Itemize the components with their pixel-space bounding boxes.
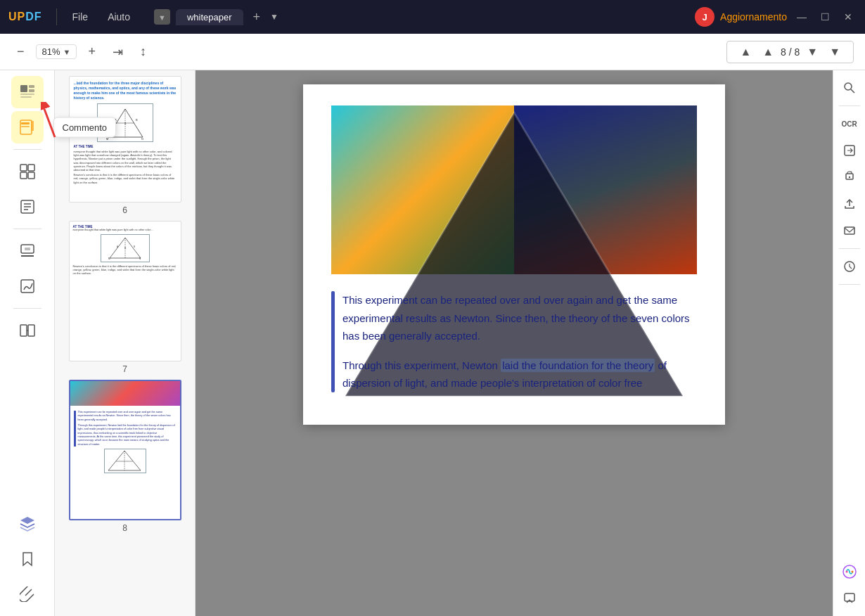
- help-menu[interactable]: Aiuto: [101, 8, 137, 25]
- ai-button[interactable]: [838, 560, 861, 584]
- sidebar-item-sign[interactable]: [11, 270, 44, 302]
- thumbnail-panel: ...laid the foundation for the three maj…: [55, 70, 196, 616]
- sidebar-item-comment[interactable]: Commento: [11, 111, 44, 143]
- zoom-display: 81% ▼: [36, 44, 77, 59]
- toolbar: − 81% ▼ + ⇥ ↕ ▲ ▲ 8 / 8 ▼ ▼: [0, 34, 865, 70]
- svg-point-51: [848, 177, 850, 178]
- prev-page-button2[interactable]: ▲: [758, 44, 778, 60]
- page-text-content: This experiment can be repeated over and…: [331, 291, 697, 392]
- sidebar-sep-1: [13, 149, 41, 150]
- titlebar-separator: [56, 8, 57, 25]
- svg-rect-52: [845, 227, 854, 234]
- zoom-in-button[interactable]: +: [82, 41, 101, 62]
- sidebar-item-edit[interactable]: [11, 191, 44, 223]
- svg-rect-23: [28, 325, 34, 336]
- svg-point-47: [845, 83, 852, 90]
- main-area: Commento: [0, 70, 865, 616]
- svg-rect-1: [29, 85, 34, 88]
- svg-text:B: B: [136, 118, 138, 122]
- svg-text:A: A: [117, 245, 118, 248]
- sidebar-item-thumbnails[interactable]: [11, 76, 44, 108]
- svg-text:N: N: [141, 137, 143, 141]
- thumbnail-page-8[interactable]: This experiment can be repeated over and…: [69, 380, 181, 533]
- pdf-page: This experiment can be repeated over and…: [303, 84, 725, 425]
- sidebar-sep-3: [13, 308, 41, 309]
- tab-dropdown-btn[interactable]: ▼: [154, 9, 170, 25]
- paragraph-1: This experiment can be repeated over and…: [342, 291, 697, 345]
- thumb-page-7-label: 7: [122, 364, 127, 374]
- sidebar-item-stamp[interactable]: [11, 235, 44, 267]
- svg-marker-46: [345, 113, 683, 274]
- svg-line-9: [44, 109, 55, 137]
- right-sep-2: [839, 248, 860, 249]
- svg-rect-11: [28, 165, 34, 171]
- sidebar-item-compare[interactable]: [11, 314, 44, 347]
- sidebar-item-organize[interactable]: [11, 155, 44, 188]
- user-avatar: J: [695, 7, 715, 27]
- maximize-button[interactable]: ☐: [816, 10, 834, 24]
- next-page-button[interactable]: ▼: [802, 44, 822, 60]
- titlebar: UPDF File Aiuto ▼ whitepaper + ▼ J Aggio…: [0, 0, 865, 34]
- history-button[interactable]: [838, 255, 861, 278]
- share-button[interactable]: [838, 192, 861, 216]
- left-sidebar: Commento: [0, 70, 55, 616]
- zoom-out-button[interactable]: −: [11, 41, 30, 62]
- add-tab-button[interactable]: +: [249, 10, 265, 25]
- right-sep-3: [839, 284, 860, 285]
- right-sep-1: [839, 105, 860, 106]
- page-indicator: 8 / 8: [781, 46, 800, 58]
- next-page-button2[interactable]: ▼: [825, 44, 845, 60]
- file-menu[interactable]: File: [65, 8, 96, 25]
- sidebar-sep-2: [13, 229, 41, 229]
- zoom-dropdown[interactable]: ▼: [63, 48, 71, 56]
- protect-button[interactable]: [838, 165, 861, 189]
- thumbnail-page-6[interactable]: ...laid the foundation for the three maj…: [69, 76, 181, 215]
- tab-list-dropdown[interactable]: ▼: [270, 12, 278, 22]
- sidebar-bottom: [11, 508, 44, 610]
- thumb-page-6-label: 6: [122, 205, 127, 215]
- svg-rect-13: [28, 172, 34, 179]
- ocr-button[interactable]: OCR: [838, 112, 861, 136]
- sidebar-item-bookmarks[interactable]: [11, 543, 44, 575]
- search-icon-button[interactable]: [838, 76, 861, 100]
- right-sidebar: OCR: [833, 70, 865, 616]
- thumb-page-8-label: 8: [122, 523, 127, 533]
- thumbnail-page-7[interactable]: AT THE TIME everyone thought that white …: [69, 221, 181, 374]
- svg-rect-3: [20, 94, 34, 95]
- svg-text:S: S: [124, 246, 126, 250]
- svg-point-55: [845, 571, 847, 573]
- fit-width-button[interactable]: ⇥: [107, 41, 129, 63]
- zoom-value: 81%: [42, 46, 60, 57]
- sidebar-item-attachments[interactable]: [11, 578, 44, 610]
- para2-start: Through this experiment, Newton: [342, 359, 498, 371]
- titlebar-right: J Aggiornamento — ☐ ✕: [695, 7, 857, 27]
- close-button[interactable]: ✕: [840, 10, 857, 24]
- para2-highlighted: laid the foundation for the theory: [501, 359, 655, 372]
- svg-rect-4: [20, 96, 32, 98]
- svg-rect-2: [29, 89, 34, 92]
- svg-rect-10: [20, 165, 27, 171]
- comment-panel-button[interactable]: [838, 586, 861, 610]
- fit-page-button[interactable]: ↕: [134, 41, 152, 62]
- prev-page-button[interactable]: ▲: [736, 44, 755, 60]
- page-photo: [331, 105, 697, 274]
- active-tab[interactable]: whitepaper: [176, 9, 243, 25]
- photo-right: [514, 105, 697, 274]
- svg-text:S: S: [124, 122, 126, 125]
- svg-point-56: [851, 571, 853, 573]
- page-display: ▲ ▲ 8 / 8 ▼ ▼: [726, 41, 854, 63]
- sidebar-item-layers[interactable]: [11, 508, 44, 540]
- svg-text:N: N: [139, 257, 141, 260]
- svg-rect-0: [20, 85, 27, 92]
- minimize-button[interactable]: —: [793, 10, 811, 24]
- updf-logo: UPDF: [8, 11, 42, 23]
- arrow-annotation: [41, 102, 83, 147]
- svg-rect-6: [21, 126, 30, 127]
- update-button[interactable]: Aggiornamento: [720, 11, 787, 23]
- svg-text:B: B: [134, 245, 135, 248]
- svg-rect-20: [25, 248, 30, 250]
- svg-line-35: [125, 238, 141, 258]
- email-button[interactable]: [838, 219, 861, 243]
- svg-rect-12: [20, 172, 27, 179]
- convert-pdf-button[interactable]: [838, 139, 861, 162]
